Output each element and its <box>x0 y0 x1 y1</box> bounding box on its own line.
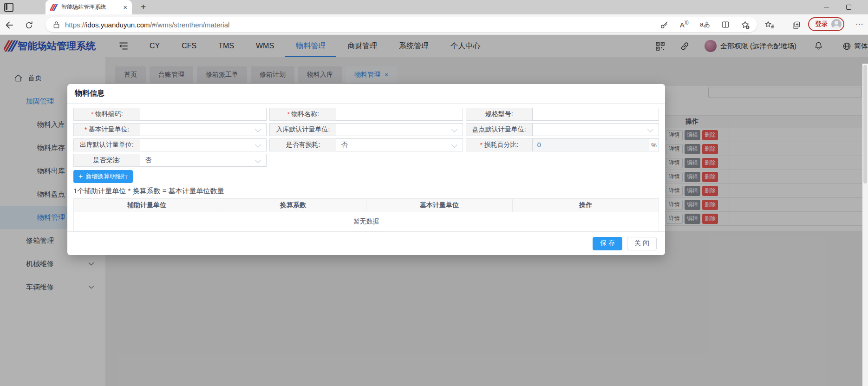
required-asterisk <box>480 141 484 149</box>
material-name-input[interactable] <box>336 108 463 121</box>
material-code-input[interactable] <box>140 108 267 121</box>
field-count-unit: 盘点默认计量单位: <box>466 123 659 136</box>
chevron-down-icon <box>255 157 261 163</box>
material-info-modal: 物料信息 物料编码: 物料名称: 规格型号: 基本计量单位: <box>67 84 665 255</box>
favorites-bar-icon[interactable] <box>764 20 775 31</box>
browser-settings-menu-icon[interactable]: ··· <box>855 20 863 29</box>
field-label: 物料编码: <box>73 108 140 121</box>
close-button[interactable]: 关 闭 <box>627 237 657 250</box>
outbound-unit-select[interactable] <box>140 138 267 151</box>
field-label: 是否柴油: <box>73 154 140 167</box>
material-form: 物料编码: 物料名称: 规格型号: 基本计量单位: 入库默认计量单位: <box>73 108 659 167</box>
required-asterisk <box>91 111 95 118</box>
field-label: 损耗百分比: <box>466 138 533 151</box>
column-operations: 操作 <box>513 199 659 212</box>
modal-title: 物料信息 <box>67 84 665 104</box>
url-text[interactable]: https://idos.yuanduyun.com/#/wms/strenth… <box>65 21 229 29</box>
tab-close-icon[interactable]: × <box>123 4 127 11</box>
field-is-diesel: 是否柴油: 否 <box>73 154 267 167</box>
scrollbar-thumb[interactable] <box>863 65 867 183</box>
field-loss-percent: 损耗百分比: 0 % <box>466 138 659 151</box>
percent-addon: % <box>649 138 659 151</box>
browser-toolbar: https://idos.yuanduyun.com/#/wms/strenth… <box>0 14 868 35</box>
field-label: 盘点默认计量单位: <box>466 123 533 136</box>
inbound-unit-select[interactable] <box>336 123 463 136</box>
column-conversion-factor: 换算系数 <box>220 199 366 212</box>
chevron-down-icon <box>451 126 457 132</box>
login-label: 登录 <box>815 20 828 28</box>
field-label: 基本计量单位: <box>73 123 140 136</box>
split-screen-icon[interactable] <box>721 20 730 29</box>
new-tab-button[interactable]: + <box>137 0 150 14</box>
scrollbar[interactable] <box>862 64 868 386</box>
site-favicon-icon <box>50 4 58 11</box>
favorite-star-icon[interactable] <box>741 20 750 29</box>
is-diesel-select[interactable]: 否 <box>140 154 267 167</box>
refresh-button[interactable] <box>23 20 34 31</box>
password-key-icon[interactable] <box>660 20 669 29</box>
field-label: 出库默认计量单位: <box>73 138 140 151</box>
modal-footer: 保 存 关 闭 <box>67 231 665 255</box>
column-aux-unit: 辅助计量单位 <box>74 199 220 212</box>
conversion-table: 辅助计量单位 换算系数 基本计量单位 操作 暂无数据 <box>73 198 659 231</box>
read-aloud-icon[interactable]: A))) <box>680 21 689 29</box>
required-asterisk <box>287 111 291 118</box>
field-base-unit: 基本计量单位: <box>73 123 267 136</box>
tab-activity-icon[interactable] <box>4 3 13 12</box>
window-minimize-button[interactable] <box>816 0 837 14</box>
field-material-name: 物料名称: <box>269 108 463 121</box>
lock-icon[interactable] <box>53 21 60 29</box>
has-loss-select[interactable]: 否 <box>336 138 463 151</box>
plus-icon: + <box>78 173 83 180</box>
field-outbound-unit: 出库默认计量单位: <box>73 138 267 151</box>
collections-icon[interactable] <box>790 20 802 31</box>
field-inbound-unit: 入库默认计量单位: <box>269 123 463 136</box>
conversion-formula-text: 1个辅助计量单位 * 换算系数 = 基本计量单位数量 <box>73 187 659 196</box>
field-has-loss: 是否有损耗: 否 <box>269 138 463 151</box>
count-unit-select[interactable] <box>532 123 659 136</box>
address-bar[interactable]: https://idos.yuanduyun.com/#/wms/strenth… <box>46 17 757 32</box>
field-spec-model: 规格型号: <box>466 108 659 121</box>
app-viewport: 智能场站管理系统 CY CFS TMS WMS 物料管理 商财管理 系统管理 个… <box>0 35 868 386</box>
field-label: 物料名称: <box>269 108 336 121</box>
field-label: 规格型号: <box>466 108 533 121</box>
browser-tab[interactable]: 智能场站管理系统 × <box>46 0 132 14</box>
browser-tab-strip: 智能场站管理系统 × + <box>0 0 868 14</box>
browser-login-button[interactable]: 登录 <box>808 17 844 31</box>
chevron-down-icon <box>255 142 261 148</box>
profile-avatar-icon <box>831 19 842 29</box>
chevron-down-icon <box>451 142 457 148</box>
column-base-unit: 基本计量单位 <box>366 199 513 212</box>
chevron-down-icon <box>647 126 653 132</box>
field-label: 入库默认计量单位: <box>269 123 336 136</box>
window-restore-button[interactable] <box>838 0 859 14</box>
translate-icon[interactable]: aあ <box>700 20 710 29</box>
conversion-table-header: 辅助计量单位 换算系数 基本计量单位 操作 <box>74 199 659 212</box>
add-conversion-row-button[interactable]: + 新增换算明细行 <box>73 170 133 183</box>
back-button[interactable] <box>4 20 15 31</box>
chevron-down-icon <box>255 126 261 132</box>
required-asterisk <box>84 126 88 133</box>
empty-data-text: 暂无数据 <box>74 212 659 231</box>
field-material-code: 物料编码: <box>73 108 267 121</box>
save-button[interactable]: 保 存 <box>593 237 622 250</box>
base-unit-select[interactable] <box>140 123 267 136</box>
loss-percent-input[interactable]: 0 <box>532 138 649 151</box>
spec-model-input[interactable] <box>532 108 659 121</box>
field-label: 是否有损耗: <box>269 138 336 151</box>
browser-tab-title: 智能场站管理系统 <box>61 3 119 11</box>
